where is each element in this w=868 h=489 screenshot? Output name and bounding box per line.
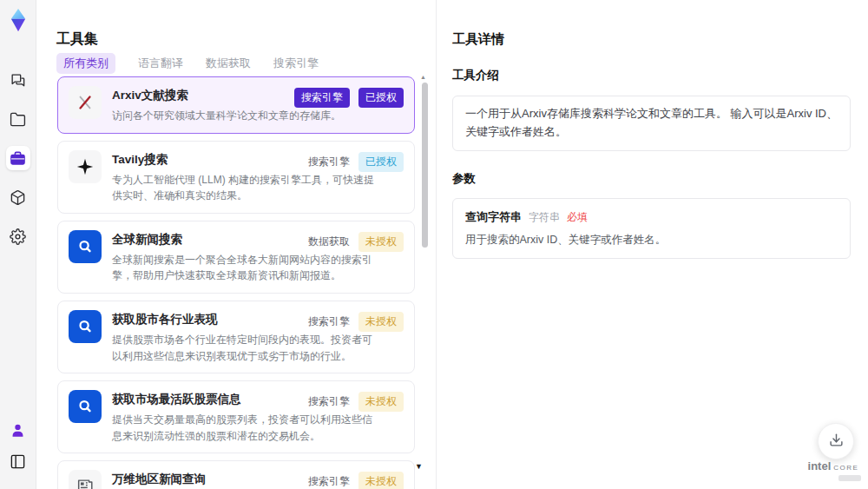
brand-sub-mark (838, 475, 861, 481)
tool-description: 提供股票市场各个行业在特定时间段内的表现。投资者可以利用这些信息来识别表现优于或… (112, 332, 377, 364)
scroll-down-arrow-icon[interactable]: ▼ (415, 462, 423, 471)
tab-language-translation[interactable]: 语言翻译 (138, 56, 183, 71)
params-heading: 参数 (452, 171, 851, 187)
auth-badge: 未授权 (358, 472, 404, 489)
tool-card-regional-news[interactable]: 万维地区新闻查询 查询具体行政区划内的新闻，快速了解各地新闻动 搜索引擎 未授权 (57, 460, 415, 489)
settings-gear-icon[interactable] (6, 224, 30, 248)
auth-badge: 未授权 (358, 232, 404, 252)
news-search-icon (69, 390, 102, 423)
brand-core: core (833, 461, 858, 472)
rail-bottom (6, 418, 30, 473)
auth-badge: 已授权 (358, 88, 404, 108)
param-type: 字符串 (529, 210, 560, 225)
tool-list-panel: 工具集 所有类别 语言翻译 数据获取 搜索引擎 Arxiv文献搜索 访问各个研究… (36, 0, 436, 489)
param-required-badge: 必填 (567, 210, 588, 225)
cube-icon[interactable] (6, 185, 30, 209)
category-badge: 搜索引擎 (308, 312, 350, 332)
news-search-icon (69, 310, 102, 343)
download-button[interactable] (818, 423, 854, 459)
left-rail (0, 0, 36, 489)
arxiv-icon (69, 86, 102, 119)
tool-list: Arxiv文献搜索 访问各个研究领域大量科学论文和文章的存储库。 搜索引擎 已授… (57, 76, 415, 489)
tool-card-active-stocks[interactable]: 获取市场最活跃股票信息 提供当天交易量最高的股票列表，投资者可以利用这些信息来识… (57, 380, 415, 453)
param-description: 用于搜索的Arxiv ID、关键字或作者姓名。 (465, 233, 838, 248)
tool-name: 万维地区新闻查询 (112, 472, 341, 487)
tool-card-sector-performance[interactable]: 获取股市各行业表现 提供股票市场各个行业在特定时间段内的表现。投资者可以利用这些… (57, 301, 415, 373)
intro-box: 一个用于从Arxiv存储库搜索科学论文和文章的工具。 输入可以是Arxiv ID… (452, 96, 851, 151)
app-logo-icon (5, 7, 31, 33)
tool-description: 全球新闻搜索是一个聚合全球各大新闻网站内容的搜索引擎，帮助用户快速获取全球最新资… (112, 252, 377, 284)
toolbox-icon[interactable] (6, 146, 30, 170)
category-badge: 搜索引擎 (308, 472, 350, 489)
tool-detail-panel: 工具详情 工具介绍 一个用于从Arxiv存储库搜索科学论文和文章的工具。 输入可… (436, 0, 868, 489)
tavily-star-icon (69, 150, 102, 183)
app-window: 工具集 所有类别 语言翻译 数据获取 搜索引擎 Arxiv文献搜索 访问各个研究… (0, 0, 868, 489)
category-tabs: 所有类别 语言翻译 数据获取 搜索引擎 (56, 53, 319, 74)
brand-intel: intel (808, 459, 832, 472)
category-badge: 搜索引擎 (308, 392, 350, 412)
intel-core-logo: intelcore (802, 458, 865, 481)
download-icon (829, 433, 844, 450)
page-title: 工具集 (56, 30, 98, 49)
scrollbar-up-arrow-icon[interactable]: ▲ (420, 74, 426, 80)
auth-badge: 未授权 (358, 312, 404, 332)
tab-all-categories[interactable]: 所有类别 (56, 53, 115, 74)
tool-card-tavily[interactable]: Tavily搜索 专为人工智能代理 (LLM) 构建的搜索引擎工具，可快速提供实… (57, 141, 415, 214)
tool-card-arxiv[interactable]: Arxiv文献搜索 访问各个研究领域大量科学论文和文章的存储库。 搜索引擎 已授… (57, 76, 415, 134)
auth-badge: 未授权 (358, 392, 404, 412)
scrollbar-thumb[interactable] (422, 83, 428, 248)
detail-title: 工具详情 (452, 31, 851, 48)
param-name: 查询字符串 (465, 209, 522, 225)
tab-search-engine[interactable]: 搜索引擎 (273, 56, 319, 71)
folder-icon[interactable] (6, 107, 30, 131)
newspaper-icon (69, 470, 102, 489)
rail-nav (6, 68, 30, 248)
user-avatar-icon[interactable] (6, 418, 30, 442)
auth-badge: 已授权 (358, 152, 404, 172)
param-card: 查询字符串 字符串 必填 用于搜索的Arxiv ID、关键字或作者姓名。 (452, 198, 851, 259)
tool-description: 访问各个研究领域大量科学论文和文章的存储库。 (112, 108, 341, 124)
tab-data-fetch[interactable]: 数据获取 (206, 56, 251, 71)
category-badge: 搜索引擎 (294, 88, 350, 108)
category-badge: 数据获取 (308, 232, 350, 252)
chat-icon[interactable] (6, 68, 30, 92)
intro-text: 一个用于从Arxiv存储库搜索科学论文和文章的工具。 输入可以是Arxiv ID… (465, 107, 838, 138)
tool-description: 提供当天交易量最高的股票列表，投资者可以利用这些信息来识别流动性强的股票和潜在的… (112, 412, 377, 444)
tool-description: 专为人工智能代理 (LLM) 构建的搜索引擎工具，可快速提供实时、准确和真实的结… (112, 172, 377, 204)
category-badge: 搜索引擎 (308, 152, 350, 172)
tool-card-global-news[interactable]: 全球新闻搜索 全球新闻搜索是一个聚合全球各大新闻网站内容的搜索引擎，帮助用户快速… (57, 221, 415, 294)
news-search-icon (69, 230, 102, 263)
intro-heading: 工具介绍 (452, 68, 851, 83)
panel-toggle-icon[interactable] (6, 449, 30, 473)
